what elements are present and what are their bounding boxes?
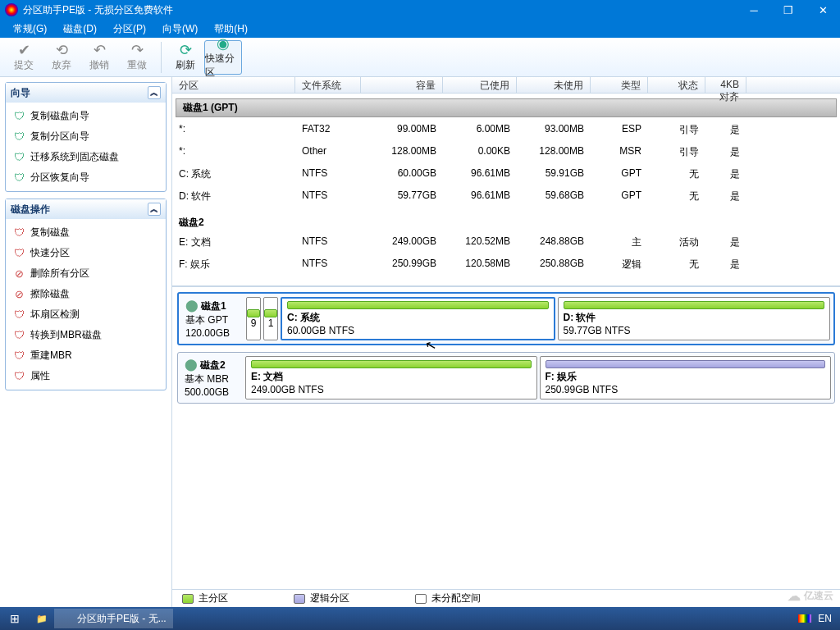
wizard-item[interactable]: 🛡分区恢复向导 xyxy=(7,167,164,188)
op-icon: 🛡 xyxy=(12,329,25,342)
menu-partition[interactable]: 分区(P) xyxy=(105,21,154,38)
tray[interactable]: EN xyxy=(798,613,840,624)
disk-icon: ⬤ xyxy=(185,299,199,312)
shield-icon: 🛡 xyxy=(12,130,25,144)
shield-icon: 🛡 xyxy=(12,151,25,164)
discard-icon: ⟲ xyxy=(56,42,68,58)
watermark: ☁ 亿速云 xyxy=(788,588,833,604)
chevron-up-icon[interactable]: ︽ xyxy=(148,86,161,99)
menu-general[interactable]: 常规(G) xyxy=(5,21,55,38)
table-row[interactable]: F: 娱乐NTFS250.99GB120.58MB250.88GB逻辑无是 xyxy=(172,253,840,276)
wizard-panel: 向导 ︽ 🛡复制磁盘向导🛡复制分区向导🛡迁移系统到固态磁盘🛡分区恢复向导 xyxy=(5,82,167,192)
col-fs[interactable]: 文件系统 xyxy=(295,77,361,93)
quick-icon: ◉ xyxy=(217,35,230,52)
chevron-up-icon[interactable]: ︽ xyxy=(148,203,161,216)
toolbar-separator xyxy=(161,42,162,73)
refresh-icon: ⟳ xyxy=(180,42,192,58)
partition-table: 分区 文件系统 容量 已使用 未使用 类型 状态 4KB对齐 磁盘1 (GPT)… xyxy=(172,77,840,286)
shield-icon: 🛡 xyxy=(12,171,25,185)
lang-icon xyxy=(798,614,811,623)
wizard-item[interactable]: 🛡迁移系统到固态磁盘 xyxy=(7,147,164,167)
op-icon: ⊘ xyxy=(12,267,25,281)
check-icon: ✔ xyxy=(18,42,30,58)
redo-icon: ↷ xyxy=(131,42,144,58)
wizard-item[interactable]: 🛡复制分区向导 xyxy=(7,126,164,147)
undo-icon: ↶ xyxy=(94,42,106,58)
col-4k[interactable]: 4KB对齐 xyxy=(705,77,746,93)
disk1-part-c[interactable]: C: 系统 60.00GB NTFS xyxy=(281,297,555,340)
menu-help[interactable]: 帮助(H) xyxy=(206,21,256,38)
commit-button[interactable]: ✔提交 xyxy=(5,40,43,75)
disk2-row[interactable]: ⬤ 磁盘2 基本 MBR 500.00GB E: 文档 249.00GB NTF… xyxy=(177,352,835,404)
disk2-part-f[interactable]: F: 娱乐 250.99GB NTFS xyxy=(540,356,832,399)
disk2-part-e[interactable]: E: 文档 249.00GB NTFS xyxy=(245,356,537,399)
menu-disk[interactable]: 磁盘(D) xyxy=(55,21,105,38)
task-explorer[interactable]: 📁 xyxy=(30,609,54,628)
disk1-part-msr[interactable]: 1 xyxy=(263,297,278,340)
minimize-button[interactable]: ─ xyxy=(737,0,771,20)
taskbar: ⊞ 📁 分区助手PE版 - 无... EN xyxy=(0,607,840,630)
table-row[interactable]: C: 系统NTFS60.00GB96.61MB59.91GBGPT无是 xyxy=(172,163,840,185)
sidebar: 向导 ︽ 🛡复制磁盘向导🛡复制分区向导🛡迁移系统到固态磁盘🛡分区恢复向导 磁盘操… xyxy=(0,77,172,607)
quick-partition-button[interactable]: ◉快速分区 xyxy=(204,40,242,75)
window-title: 分区助手PE版 - 无损分区免费软件 xyxy=(23,3,737,17)
diskops-panel: 磁盘操作 ︽ 🛡复制磁盘🛡快速分区⊘删除所有分区⊘擦除磁盘🛡坏扇区检测🛡转换到M… xyxy=(5,199,167,390)
table-row[interactable]: *:Other128.00MB0.00KB128.00MBMSR引导是 xyxy=(172,141,840,163)
diskops-item[interactable]: 🛡重建MBR xyxy=(7,345,164,366)
op-icon: ⊘ xyxy=(12,288,25,301)
diskops-item[interactable]: 🛡坏扇区检测 xyxy=(7,304,164,325)
col-type[interactable]: 类型 xyxy=(591,77,648,93)
menubar: 常规(G) 磁盘(D) 分区(P) 向导(W) 帮助(H) xyxy=(0,20,840,38)
task-app[interactable]: 分区助手PE版 - 无... xyxy=(54,609,173,628)
table-row[interactable]: D: 软件NTFS59.77GB96.61MB59.68GBGPT无是 xyxy=(172,185,840,208)
col-partition[interactable]: 分区 xyxy=(172,77,295,93)
op-icon: 🛡 xyxy=(12,308,25,322)
col-status[interactable]: 状态 xyxy=(648,77,705,93)
disk-diagrams: ⬤ 磁盘1 基本 GPT 120.00GB 9 1 C: 系统 60.00GB … xyxy=(172,286,840,415)
redo-button[interactable]: ↷重做 xyxy=(118,40,156,75)
legend-primary: 主分区 xyxy=(182,591,228,605)
legend-logical: 逻辑分区 xyxy=(294,591,349,605)
disk1-part-esp[interactable]: 9 xyxy=(246,297,261,340)
main-area: 分区 文件系统 容量 已使用 未使用 类型 状态 4KB对齐 磁盘1 (GPT)… xyxy=(172,77,840,607)
diskops-item[interactable]: ⊘删除所有分区 xyxy=(7,263,164,284)
col-free[interactable]: 未使用 xyxy=(517,77,591,93)
op-icon: 🛡 xyxy=(12,247,25,260)
menu-wizard[interactable]: 向导(W) xyxy=(154,21,206,38)
app-icon xyxy=(5,3,18,16)
refresh-button[interactable]: ⟳刷新 xyxy=(167,40,204,75)
toolbar: ✔提交 ⟲放弃 ↶撤销 ↷重做 ⟳刷新 ◉快速分区 xyxy=(0,38,840,77)
col-used[interactable]: 已使用 xyxy=(443,77,517,93)
maximize-button[interactable]: ❐ xyxy=(771,0,806,20)
undo-button[interactable]: ↶撤销 xyxy=(80,40,118,75)
legend-unalloc: 未分配空间 xyxy=(415,591,481,605)
op-icon: 🛡 xyxy=(12,226,25,240)
diskops-item[interactable]: 🛡复制磁盘 xyxy=(7,222,164,243)
disk1-part-d[interactable]: D: 软件 59.77GB NTFS xyxy=(558,297,831,340)
wizard-panel-header[interactable]: 向导 ︽ xyxy=(6,83,166,103)
disk-group-header[interactable]: 磁盘2 xyxy=(179,216,837,230)
disk1-label: ⬤ 磁盘1 基本 GPT 120.00GB xyxy=(182,297,246,340)
table-row[interactable]: *:FAT3299.00MB6.00MB93.00MBESP引导是 xyxy=(172,119,840,141)
diskops-item[interactable]: ⊘擦除磁盘 xyxy=(7,284,164,304)
diskops-item[interactable]: 🛡属性 xyxy=(7,366,164,386)
col-capacity[interactable]: 容量 xyxy=(361,77,443,93)
disk2-label: ⬤ 磁盘2 基本 MBR 500.00GB xyxy=(181,356,245,399)
wizard-item[interactable]: 🛡复制磁盘向导 xyxy=(7,106,164,126)
discard-button[interactable]: ⟲放弃 xyxy=(43,40,80,75)
op-icon: 🛡 xyxy=(12,370,25,383)
start-button[interactable]: ⊞ xyxy=(0,607,30,630)
diskops-panel-header[interactable]: 磁盘操作 ︽ xyxy=(6,199,166,219)
titlebar: 分区助手PE版 - 无损分区免费软件 ─ ❐ ✕ xyxy=(0,0,840,20)
disk-icon: ⬤ xyxy=(185,358,198,371)
close-button[interactable]: ✕ xyxy=(806,0,840,20)
shield-icon: 🛡 xyxy=(12,110,25,123)
op-icon: 🛡 xyxy=(12,349,25,363)
legend: 主分区 逻辑分区 未分配空间 xyxy=(172,589,840,607)
diskops-item[interactable]: 🛡快速分区 xyxy=(7,243,164,263)
disk1-row[interactable]: ⬤ 磁盘1 基本 GPT 120.00GB 9 1 C: 系统 60.00GB … xyxy=(177,292,835,345)
diskops-item[interactable]: 🛡转换到MBR磁盘 xyxy=(7,325,164,345)
table-row[interactable]: E: 文档NTFS249.00GB120.52MB248.88GB主活动是 xyxy=(172,231,840,253)
